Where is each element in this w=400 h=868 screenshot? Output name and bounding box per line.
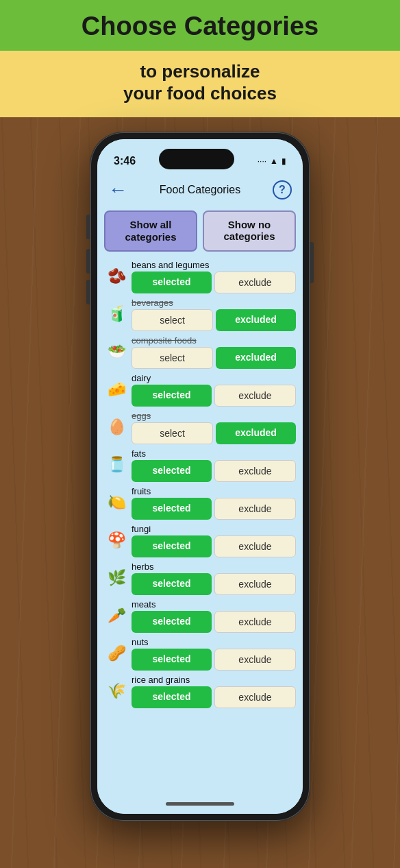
category-icon: 🥚 bbox=[104, 415, 129, 439]
category-name: dairy bbox=[132, 373, 296, 383]
signal-dots-icon: ···· bbox=[258, 156, 266, 166]
category-name: eggs bbox=[132, 411, 296, 421]
category-content: eggsselectexcluded bbox=[132, 411, 296, 444]
main-title: Choose Categories bbox=[14, 12, 386, 41]
category-row: 🥜nutsselectedexclude bbox=[104, 636, 296, 672]
exclude-button[interactable]: exclude bbox=[214, 385, 296, 407]
selected-button[interactable]: selected bbox=[132, 385, 212, 407]
excluded-button[interactable]: excluded bbox=[216, 309, 296, 331]
exclude-button[interactable]: exclude bbox=[214, 535, 296, 557]
selected-button[interactable]: selected bbox=[132, 573, 212, 595]
status-time: 3:46 bbox=[114, 155, 136, 167]
battery-icon: ▮ bbox=[282, 156, 286, 166]
selected-button[interactable]: selected bbox=[132, 498, 212, 520]
category-row: 🥚eggsselectexcluded bbox=[104, 409, 296, 446]
home-bar bbox=[166, 802, 234, 806]
category-content: herbsselectedexclude bbox=[132, 562, 296, 595]
back-button[interactable]: ← bbox=[108, 180, 127, 200]
category-content: beans and legumesselectedexclude bbox=[132, 260, 296, 293]
nav-title: Food Categories bbox=[160, 184, 240, 196]
top-banner: Choose Categories bbox=[0, 0, 400, 51]
top-action-buttons: Show allcategories Show no categories bbox=[104, 210, 296, 252]
category-buttons: selectedexclude bbox=[132, 649, 296, 671]
category-buttons: selectedexclude bbox=[132, 535, 296, 557]
category-row: 🥗composite foodsselectexcluded bbox=[104, 334, 296, 370]
category-row: 🧃beveragesselectexcluded bbox=[104, 296, 296, 333]
exclude-button[interactable]: exclude bbox=[214, 686, 296, 708]
category-row: 🌾rice and grainsselectedexclude bbox=[104, 673, 296, 710]
category-icon: 🌾 bbox=[104, 679, 129, 703]
exclude-button[interactable]: exclude bbox=[214, 611, 296, 633]
exclude-button[interactable]: exclude bbox=[214, 272, 296, 293]
category-content: meatsselectedexclude bbox=[132, 599, 296, 633]
wifi-icon: ▲ bbox=[270, 156, 278, 166]
category-name: composite foods bbox=[132, 335, 296, 346]
category-row: 🌿herbsselectedexclude bbox=[104, 560, 296, 596]
select-button[interactable]: select bbox=[132, 422, 213, 444]
category-name: beverages bbox=[132, 298, 296, 308]
category-name: nuts bbox=[132, 637, 296, 647]
category-row: 🫙fatsselectedexclude bbox=[104, 447, 296, 483]
show-all-button[interactable]: Show allcategories bbox=[104, 210, 197, 252]
excluded-button[interactable]: excluded bbox=[216, 347, 296, 369]
category-buttons: selectedexclude bbox=[132, 272, 296, 293]
excluded-button[interactable]: excluded bbox=[216, 422, 296, 444]
selected-button[interactable]: selected bbox=[132, 649, 212, 671]
select-button[interactable]: select bbox=[132, 309, 213, 331]
category-buttons: selectedexclude bbox=[132, 573, 296, 595]
category-buttons: selectexcluded bbox=[132, 422, 296, 444]
category-icon: 🧃 bbox=[104, 302, 129, 326]
category-icon: 🌿 bbox=[104, 566, 129, 590]
category-row: 🧀dairyselectedexclude bbox=[104, 372, 296, 408]
content-area: Show allcategories Show no categories 🫘b… bbox=[97, 205, 303, 795]
category-name: meats bbox=[132, 599, 296, 610]
selected-button[interactable]: selected bbox=[132, 611, 212, 633]
category-icon: 🫘 bbox=[104, 264, 129, 289]
category-content: beveragesselectexcluded bbox=[132, 298, 296, 331]
category-name: beans and legumes bbox=[132, 260, 296, 270]
category-content: composite foodsselectexcluded bbox=[132, 335, 296, 369]
category-name: fats bbox=[132, 448, 296, 459]
dynamic-island bbox=[159, 149, 234, 169]
category-content: fruitsselectedexclude bbox=[132, 486, 296, 520]
category-content: nutsselectedexclude bbox=[132, 637, 296, 671]
category-icon: 🧀 bbox=[104, 377, 129, 402]
category-name: fruits bbox=[132, 486, 296, 496]
category-content: dairyselectedexclude bbox=[132, 373, 296, 407]
exclude-button[interactable]: exclude bbox=[214, 460, 296, 482]
category-content: rice and grainsselectedexclude bbox=[132, 675, 296, 708]
phone-screen: 3:46 ···· ▲ ▮ ← Food Categories ? Show a… bbox=[97, 139, 303, 814]
category-content: fatsselectedexclude bbox=[132, 448, 296, 482]
subtitle-banner: to personalizeyour food choices bbox=[0, 51, 400, 117]
category-buttons: selectexcluded bbox=[132, 309, 296, 331]
select-button[interactable]: select bbox=[132, 347, 213, 369]
category-name: rice and grains bbox=[132, 675, 296, 685]
show-none-button[interactable]: Show no categories bbox=[203, 210, 296, 252]
category-icon: 🥕 bbox=[104, 603, 129, 628]
help-button[interactable]: ? bbox=[273, 180, 292, 200]
phone-wrapper: 3:46 ···· ▲ ▮ ← Food Categories ? Show a… bbox=[0, 117, 400, 841]
status-icons: ···· ▲ ▮ bbox=[258, 156, 286, 166]
selected-button[interactable]: selected bbox=[132, 272, 212, 293]
exclude-button[interactable]: exclude bbox=[214, 573, 296, 595]
selected-button[interactable]: selected bbox=[132, 686, 212, 708]
category-list: 🫘beans and legumesselectedexclude🧃bevera… bbox=[104, 258, 296, 710]
nav-bar: ← Food Categories ? bbox=[97, 176, 303, 205]
exclude-button[interactable]: exclude bbox=[214, 649, 296, 671]
category-buttons: selectexcluded bbox=[132, 347, 296, 369]
category-row: 🥕meatsselectedexclude bbox=[104, 598, 296, 634]
category-buttons: selectedexclude bbox=[132, 611, 296, 633]
category-buttons: selectedexclude bbox=[132, 498, 296, 520]
status-bar: 3:46 ···· ▲ ▮ bbox=[97, 139, 303, 176]
exclude-button[interactable]: exclude bbox=[214, 498, 296, 520]
category-icon: 🥜 bbox=[104, 641, 129, 666]
category-row: 🍄fungiselectedexclude bbox=[104, 522, 296, 559]
category-name: fungi bbox=[132, 524, 296, 534]
category-row: 🍋fruitsselectedexclude bbox=[104, 485, 296, 521]
selected-button[interactable]: selected bbox=[132, 535, 212, 557]
category-icon: 🫙 bbox=[104, 453, 129, 477]
home-indicator bbox=[97, 795, 303, 814]
phone-device: 3:46 ···· ▲ ▮ ← Food Categories ? Show a… bbox=[90, 132, 310, 821]
selected-button[interactable]: selected bbox=[132, 460, 212, 482]
category-buttons: selectedexclude bbox=[132, 686, 296, 708]
